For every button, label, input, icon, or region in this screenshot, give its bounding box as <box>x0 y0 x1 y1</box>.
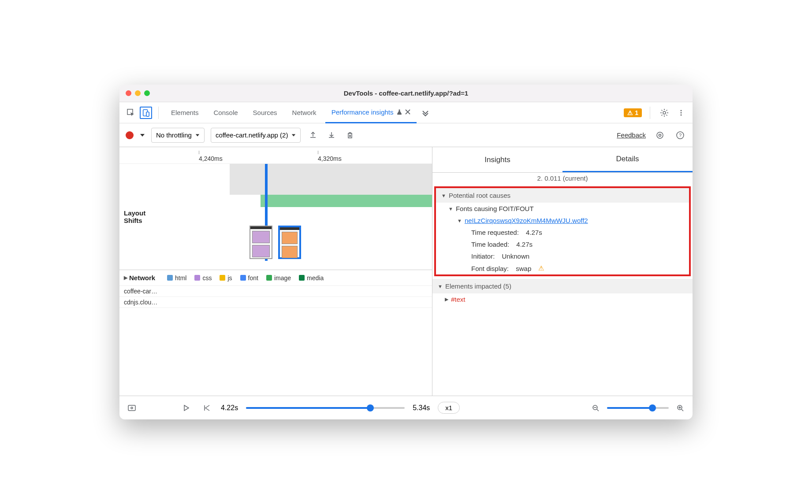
root-causes-header[interactable]: ▼ Potential root causes <box>436 188 689 203</box>
session-dropdown[interactable]: coffee-cart.netlify.app (2) <box>211 128 301 143</box>
close-tab-icon[interactable] <box>405 109 410 115</box>
export-icon[interactable] <box>307 129 319 141</box>
tabbar-separator <box>158 107 159 119</box>
flask-icon <box>396 109 402 115</box>
inspect-icon[interactable] <box>125 107 137 119</box>
layout-shifts-track[interactable] <box>164 164 432 270</box>
impacted-element-row[interactable]: ▶ #text <box>432 293 693 305</box>
timeline-region <box>230 164 432 195</box>
legend-html: html <box>167 274 186 282</box>
svg-point-5 <box>681 112 682 113</box>
details-body: 2. 0.011 (current) ▼ Potential root caus… <box>432 173 693 396</box>
screenshot-thumbnail-selected[interactable] <box>278 226 301 259</box>
minimize-window-button[interactable] <box>135 90 141 96</box>
time-tick: 4,240ms <box>199 151 223 162</box>
tab-label: Sources <box>253 109 277 116</box>
delete-icon[interactable] <box>344 129 356 141</box>
svg-point-8 <box>659 134 661 136</box>
main-content: 4,240ms 4,320ms Layout Shifts <box>119 147 693 396</box>
zoom-in-icon[interactable] <box>674 402 686 414</box>
devtools-tabbar: Elements Console Sources Network Perform… <box>119 102 693 123</box>
fonts-foit-fout-row[interactable]: ▼ Fonts causing FOIT/FOUT <box>436 203 689 215</box>
playback-footer: 4.22s 5.34s x1 <box>119 396 693 419</box>
help-icon[interactable]: ? <box>674 129 686 141</box>
font-display-row: Font display: swap ⚠ <box>436 262 689 274</box>
tab-label: Console <box>214 109 238 116</box>
kebab-menu-icon[interactable] <box>675 107 687 119</box>
record-dropdown-icon[interactable] <box>140 133 145 138</box>
rewind-icon[interactable] <box>201 402 213 414</box>
devtools-window: DevTools - coffee-cart.netlify.app/?ad=1… <box>119 85 693 419</box>
network-request-item[interactable]: cdnjs.clou… <box>119 297 432 308</box>
preview-toggle-icon[interactable] <box>126 402 138 414</box>
svg-point-6 <box>681 114 682 115</box>
tab-sources[interactable]: Sources <box>247 102 283 123</box>
feedback-link[interactable]: Feedback <box>617 131 646 139</box>
playback-speed-button[interactable]: x1 <box>438 402 460 414</box>
tabbar-separator <box>650 107 650 119</box>
zoom-slider[interactable] <box>607 407 669 409</box>
legend-image: image <box>266 274 291 282</box>
warning-count: 1 <box>635 109 638 116</box>
legend-font: font <box>240 274 258 282</box>
performance-toolbar: No throttling coffee-cart.netlify.app (2… <box>119 123 693 147</box>
details-panel: Insights Details 2. 0.011 (current) ▼ Po… <box>432 147 693 396</box>
window-title: DevTools - coffee-cart.netlify.app/?ad=1 <box>344 89 468 97</box>
font-file-link[interactable]: neILzCirqoswsqX9zoKmM4MwWJU.woff2 <box>465 217 588 224</box>
session-value: coffee-cart.netlify.app (2) <box>216 131 288 139</box>
throttling-value: No throttling <box>156 131 192 139</box>
tab-details[interactable]: Details <box>562 147 693 172</box>
time-requested-row: Time requested: 4.27s <box>436 226 689 238</box>
layout-shifts-row: Layout Shifts <box>119 164 432 270</box>
legend-css: css <box>194 274 212 282</box>
tab-label: Elements <box>171 109 199 116</box>
traffic-lights <box>126 90 150 96</box>
tab-elements[interactable]: Elements <box>165 102 205 123</box>
close-window-button[interactable] <box>126 90 131 96</box>
tab-console[interactable]: Console <box>208 102 244 123</box>
timeline-green-bar <box>261 195 432 207</box>
time-tick: 4,320ms <box>318 151 342 162</box>
svg-rect-11 <box>128 405 135 411</box>
play-icon[interactable] <box>180 402 193 414</box>
import-icon[interactable] <box>325 129 338 141</box>
details-tabs: Insights Details <box>432 147 693 173</box>
legend-media: media <box>299 274 324 282</box>
time-loaded-row: Time loaded: 4.27s <box>436 238 689 250</box>
svg-text:?: ? <box>679 133 682 138</box>
warning-icon: ⚠ <box>538 264 544 272</box>
svg-point-12 <box>131 407 133 409</box>
tab-label: Network <box>292 109 317 116</box>
font-file-row[interactable]: ▼ neILzCirqoswsqX9zoKmM4MwWJU.woff2 <box>436 215 689 226</box>
screenshot-thumbnail[interactable] <box>250 226 272 259</box>
playback-end-time: 5.34s <box>413 404 430 412</box>
maximize-window-button[interactable] <box>144 90 150 96</box>
initiator-row: Initiator: Unknown <box>436 250 689 262</box>
more-tabs-icon[interactable] <box>419 107 432 119</box>
panel-settings-icon[interactable] <box>654 129 666 141</box>
playback-slider[interactable] <box>246 407 405 409</box>
previous-item-text: 2. 0.011 (current) <box>432 173 693 184</box>
zoom-out-icon[interactable] <box>589 402 602 414</box>
throttling-dropdown[interactable]: No throttling <box>151 128 205 143</box>
warning-icon: ⚠ <box>627 109 633 116</box>
timeline-panel: 4,240ms 4,320ms Layout Shifts <box>119 147 432 396</box>
tab-network[interactable]: Network <box>286 102 323 123</box>
record-button[interactable] <box>126 131 134 139</box>
network-section-label[interactable]: ▶ Network <box>119 274 167 282</box>
layout-shifts-label: Layout Shifts <box>119 164 164 270</box>
device-toggle-icon[interactable] <box>140 107 152 119</box>
tab-label: Performance insights <box>332 108 394 116</box>
playback-start-time: 4.22s <box>221 404 238 412</box>
warning-badge[interactable]: ⚠ 1 <box>624 108 642 117</box>
time-ruler[interactable]: 4,240ms 4,320ms <box>119 147 432 164</box>
legend-js: js <box>220 274 232 282</box>
highlighted-section: ▼ Potential root causes ▼ Fonts causing … <box>434 186 691 276</box>
network-legend: html css js font image media <box>167 274 432 282</box>
settings-gear-icon[interactable] <box>658 107 670 119</box>
tab-insights[interactable]: Insights <box>432 147 562 172</box>
elements-impacted-header[interactable]: ▼ Elements impacted (5) <box>432 279 693 293</box>
tab-performance-insights[interactable]: Performance insights <box>325 102 417 123</box>
svg-point-7 <box>657 132 663 138</box>
network-request-item[interactable]: coffee-car… <box>119 286 432 297</box>
